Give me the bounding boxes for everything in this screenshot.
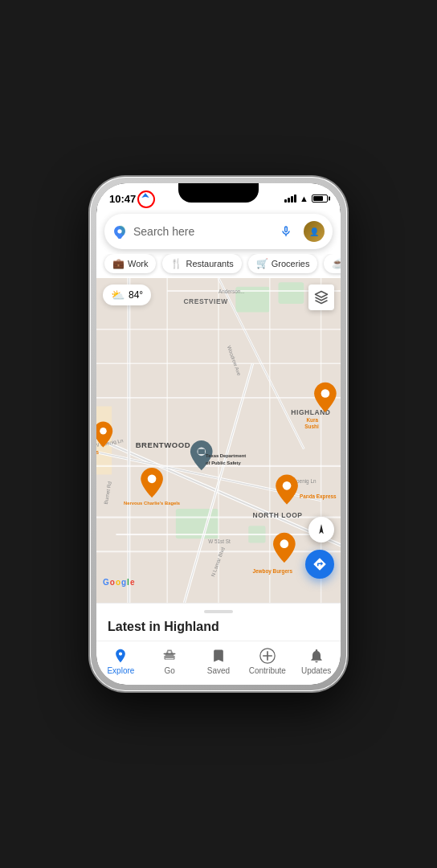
google-o2: o [116, 578, 120, 587]
go-icon [161, 648, 178, 664]
panel-handle [204, 610, 233, 613]
google-maps-logo [112, 224, 127, 239]
svg-point-53 [283, 481, 292, 490]
svg-text:BRENTWOOD: BRENTWOOD [136, 440, 190, 449]
temperature-display: 84° [129, 289, 143, 301]
tab-explore[interactable]: Explore [100, 648, 141, 675]
layers-icon [314, 290, 329, 305]
directions-fab-button[interactable] [305, 550, 334, 579]
svg-point-46 [321, 389, 330, 398]
weather-widget: ⛅ 84° [103, 285, 151, 305]
tab-go-label: Go [165, 666, 175, 675]
svg-rect-61 [164, 653, 176, 655]
google-l: l [127, 578, 129, 587]
svg-text:Texas Department: Texas Department [206, 453, 246, 458]
restaurants-icon: 🍴 [170, 258, 182, 269]
svg-text:Kura: Kura [307, 417, 319, 423]
tab-updates[interactable]: Updates [296, 648, 337, 675]
tab-explore-label: Explore [107, 666, 134, 675]
google-e: e [130, 578, 135, 587]
svg-text:NORTH LOOP: NORTH LOOP [253, 511, 303, 519]
google-g: G [103, 578, 109, 587]
notch [178, 183, 259, 203]
tab-go[interactable]: Go [149, 648, 190, 675]
mic-button[interactable] [275, 220, 297, 243]
svg-text:ams: ams [96, 449, 100, 455]
search-bar[interactable]: Search here 👤 [104, 214, 333, 249]
time-display: 10:47 [109, 193, 136, 205]
svg-rect-42 [198, 449, 205, 454]
tab-saved-label: Saved [207, 666, 230, 675]
work-icon: 💼 [112, 258, 125, 269]
tab-updates-label: Updates [301, 666, 331, 675]
svg-text:Nervous Charlie's Bagels: Nervous Charlie's Bagels [124, 501, 180, 506]
svg-text:Sushi: Sushi [304, 424, 319, 429]
svg-text:Panda Express: Panda Express [300, 493, 337, 500]
svg-point-56 [100, 428, 107, 435]
updates-icon [308, 648, 325, 664]
svg-text:of Public Safety: of Public Safety [206, 461, 241, 465]
svg-text:Jewboy Burgers: Jewboy Burgers [253, 568, 293, 575]
google-g2: g [121, 578, 126, 587]
chips-row: 💼 Work 🍴 Restaurants 🛒 Groceries ☕ Coffe… [96, 254, 341, 278]
chip-groceries-label: Groceries [272, 259, 310, 268]
phone-frame: 10:47 ▲ [90, 177, 347, 691]
chip-work[interactable]: 💼 Work [104, 254, 156, 273]
svg-text:W 51st St: W 51st St [208, 538, 231, 544]
navigation-button[interactable] [308, 517, 334, 542]
bar1 [284, 199, 287, 203]
tab-saved[interactable]: Saved [198, 648, 239, 675]
svg-point-50 [148, 475, 157, 484]
status-icons: ▲ [284, 194, 328, 203]
bar2 [288, 198, 290, 203]
battery-fill [313, 196, 323, 201]
screen: 10:47 ▲ [96, 183, 341, 685]
google-watermark: G o o g l e [103, 578, 134, 587]
explore-icon [112, 648, 129, 664]
svg-point-0 [117, 229, 121, 233]
chip-restaurants[interactable]: 🍴 Restaurants [162, 254, 241, 273]
location-area [140, 192, 151, 206]
battery-icon [312, 194, 328, 203]
google-o1: o [110, 578, 115, 587]
tab-contribute-label: Contribute [249, 666, 286, 675]
chip-work-label: Work [128, 259, 148, 268]
svg-text:CRESTVIEW: CRESTVIEW [183, 297, 228, 305]
svg-rect-3 [278, 282, 304, 304]
chip-restaurants-label: Restaurants [186, 259, 233, 268]
svg-point-59 [280, 539, 289, 548]
bar4 [294, 194, 296, 203]
compass-icon [315, 523, 328, 536]
directions-icon [312, 557, 327, 571]
user-avatar[interactable]: 👤 [304, 221, 325, 242]
map-area[interactable]: CRESTVIEW HIGHLAND BRENTWOOD NORTH LOOP … [96, 278, 341, 603]
contribute-icon [259, 648, 276, 664]
groceries-icon: 🛒 [256, 258, 268, 269]
tab-bar: Explore Go Saved [96, 641, 341, 685]
wifi-icon: ▲ [300, 194, 308, 203]
bottom-panel: Latest in Highland [96, 603, 341, 641]
red-circle-indicator [137, 190, 155, 208]
svg-text:Anderson...: Anderson... [218, 289, 245, 294]
map-background: CRESTVIEW HIGHLAND BRENTWOOD NORTH LOOP … [96, 278, 341, 603]
chip-coffee[interactable]: ☕ Coffee [324, 254, 341, 273]
mic-icon [280, 225, 292, 238]
tab-contribute[interactable]: Contribute [247, 648, 288, 675]
signal-bars [284, 194, 296, 203]
layers-button[interactable] [308, 285, 334, 310]
weather-icon: ⛅ [111, 289, 125, 301]
phone-inner: 10:47 ▲ [96, 183, 341, 685]
search-input[interactable]: Search here [133, 225, 268, 238]
status-time: 10:47 [109, 192, 151, 206]
panel-title: Latest in Highland [108, 620, 329, 634]
coffee-icon: ☕ [332, 258, 341, 269]
chip-groceries[interactable]: 🛒 Groceries [248, 254, 318, 273]
saved-icon [210, 648, 227, 664]
bar3 [291, 196, 293, 203]
